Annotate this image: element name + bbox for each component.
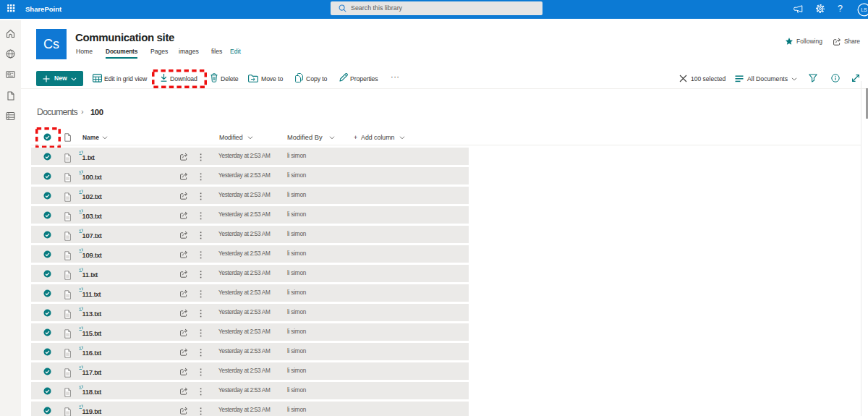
svg-text:LS: LS [861, 7, 867, 12]
